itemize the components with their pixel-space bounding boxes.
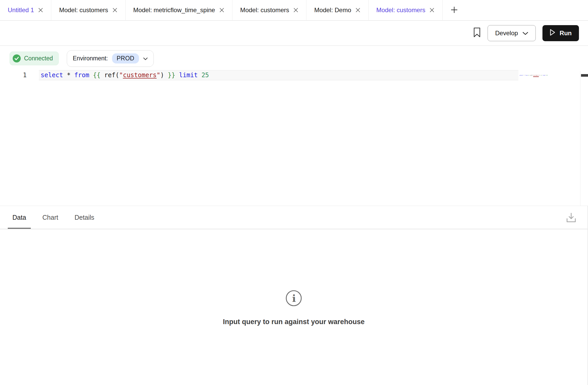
results-tab-data[interactable]: Data (8, 206, 31, 229)
code-token: 25 (546, 75, 548, 76)
results-tabs: DataChartDetails (8, 206, 99, 229)
code-token: ref (104, 72, 115, 79)
environment-label: Environment: (73, 55, 108, 62)
tab[interactable]: Model: customers (51, 0, 125, 20)
close-icon[interactable] (355, 8, 361, 13)
minimap-divider (580, 71, 580, 206)
develop-button[interactable]: Develop (488, 25, 536, 41)
minimap-line: select * from {{ ref("customers") }} lim… (519, 75, 548, 76)
code-token (198, 72, 201, 79)
editor-pane: Connected Environment: PROD 1 select * f… (0, 50, 588, 206)
develop-button-label: Develop (495, 30, 518, 37)
code-token: " (157, 72, 160, 79)
scrollbar-thumb[interactable] (581, 74, 588, 77)
tab[interactable]: Model: customers (369, 0, 443, 20)
code-token (71, 72, 74, 79)
tab-label: Untitled 1 (8, 6, 34, 14)
svg-text:i: i (292, 293, 296, 304)
code-token: }} (168, 72, 175, 79)
tab-bar: Untitled 1Model: customersModel: metricf… (0, 0, 588, 21)
close-icon[interactable] (429, 8, 435, 13)
code-line[interactable]: select * from {{ ref("customers") }} lim… (39, 70, 518, 80)
results-tab-details[interactable]: Details (70, 206, 99, 229)
close-icon[interactable] (112, 8, 117, 13)
code-token (100, 72, 104, 79)
environment-value-chip: PROD (112, 53, 139, 63)
code-token: customers (123, 72, 157, 79)
tab-label: Model: customers (376, 6, 425, 14)
check-circle-icon (13, 54, 21, 62)
code-token: * (67, 72, 70, 79)
editor-status-row: Connected Environment: PROD (10, 50, 588, 67)
download-button[interactable] (565, 212, 577, 224)
plus-icon (450, 6, 458, 15)
results-header: DataChartDetails (0, 206, 587, 229)
toolbar: Develop Run (0, 21, 588, 46)
code-token: 25 (201, 72, 209, 79)
bookmark-icon (473, 27, 481, 39)
code-token: " (119, 72, 123, 79)
code-token: select (41, 72, 63, 79)
code-token: limit (179, 72, 198, 79)
connection-status-badge: Connected (10, 52, 59, 65)
code-token (164, 72, 168, 79)
play-icon (550, 29, 555, 37)
tab-label: Model: Demo (314, 6, 351, 14)
code-token (63, 72, 67, 79)
bookmark-button[interactable] (473, 27, 481, 39)
tab[interactable]: Model: customers (232, 0, 306, 20)
tab[interactable]: Untitled 1 (0, 0, 51, 20)
line-number: 1 (0, 70, 39, 80)
connection-status-label: Connected (24, 55, 53, 62)
app-window: Untitled 1Model: customersModel: metricf… (0, 0, 588, 385)
download-icon (565, 220, 577, 224)
code-token: from (74, 72, 89, 79)
code-editor[interactable]: 1 select * from {{ ref("customers") }} l… (0, 70, 588, 80)
run-button[interactable]: Run (542, 25, 579, 41)
results-panel: DataChartDetails i Input query to run (0, 206, 588, 385)
tab-label: Model: metricflow_time_spine (133, 6, 215, 14)
environment-selector[interactable]: Environment: PROD (67, 50, 154, 67)
results-empty-state: i Input query to run against your wareho… (0, 229, 587, 326)
run-button-label: Run (560, 30, 572, 37)
code-token: customers (533, 75, 539, 76)
code-token: limit (542, 75, 546, 76)
chevron-down-icon (523, 30, 528, 37)
add-tab-button[interactable] (443, 0, 466, 20)
info-icon: i (285, 290, 302, 308)
code-token: {{ (93, 72, 100, 79)
code-token (175, 72, 179, 79)
code-token: ( (115, 72, 119, 79)
results-tab-chart[interactable]: Chart (38, 206, 63, 229)
empty-state-message: Input query to run against your warehous… (223, 318, 365, 326)
chevron-down-icon (143, 55, 148, 62)
code-token: ) (160, 72, 164, 79)
code-token: select (519, 75, 523, 76)
tab-label: Model: customers (59, 6, 108, 14)
close-icon[interactable] (293, 8, 298, 13)
close-icon[interactable] (38, 8, 43, 13)
close-icon[interactable] (219, 8, 224, 13)
tab[interactable]: Model: metricflow_time_spine (126, 0, 232, 20)
code-token: from (525, 75, 528, 76)
tab[interactable]: Model: Demo (306, 0, 369, 20)
tab-label: Model: customers (240, 6, 289, 14)
code-token (89, 72, 93, 79)
